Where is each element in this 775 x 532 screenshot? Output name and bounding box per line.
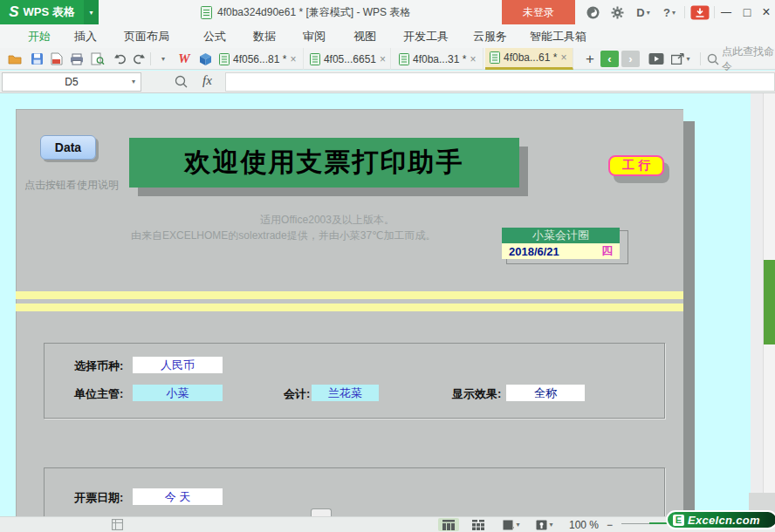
date-row[interactable]: 2018/6/21 四 <box>502 243 620 259</box>
open-button[interactable] <box>5 48 24 70</box>
tab-scroll-next-button[interactable]: › <box>621 51 640 67</box>
menu-bar: 开始 插入 页面布局 公式 数据 审阅 视图 开发工具 云服务 智能工具箱 <box>0 24 775 48</box>
close-icon: × <box>762 4 770 20</box>
manager-input[interactable]: 小菜 <box>133 385 223 401</box>
data-button[interactable]: Data <box>40 135 96 160</box>
command-search-button[interactable] <box>705 48 721 70</box>
wps-w-icon: W <box>178 51 189 66</box>
minimize-button[interactable]: — <box>716 0 737 24</box>
spreadsheet-doc-icon <box>201 6 212 19</box>
print-icon <box>70 53 84 65</box>
file-tab-2[interactable]: 4f05...6651 × <box>305 48 391 70</box>
menu-data[interactable]: 数据 <box>253 24 276 48</box>
tab-close-icon[interactable]: × <box>380 53 386 65</box>
normal-view-button[interactable] <box>438 518 459 531</box>
bank-button[interactable]: 工 行 <box>608 155 664 176</box>
menu-page-layout[interactable]: 页面布局 <box>124 24 169 48</box>
menu-home[interactable]: 开始 <box>28 24 51 48</box>
insert-function-button[interactable]: fx <box>202 73 212 88</box>
name-box[interactable]: D5 <box>2 72 141 92</box>
settings-button[interactable] <box>606 0 628 24</box>
wps-home-button[interactable]: W <box>175 48 194 70</box>
file-tab-3[interactable]: 4f0ba...31 * × <box>394 48 484 70</box>
gear-icon <box>611 6 624 19</box>
zoom-level[interactable]: 100 % <box>569 519 599 531</box>
menu-insert[interactable]: 插入 <box>74 24 97 48</box>
zoom-slider[interactable] <box>621 523 649 524</box>
command-search-placeholder[interactable]: 点此查找命令 <box>722 48 775 70</box>
sheet-splitter-handle[interactable] <box>311 508 332 516</box>
new-tab-button[interactable]: + <box>581 48 599 70</box>
session-button[interactable] <box>646 48 667 70</box>
close-button[interactable]: × <box>756 0 775 24</box>
menu-cloud[interactable]: 云服务 <box>473 24 507 48</box>
menu-smart-toolbox[interactable]: 智能工具箱 <box>530 24 586 48</box>
file-tab-label: 4f0ba...31 * <box>413 53 466 65</box>
page-layout-view-button[interactable]: ▾ <box>499 518 524 531</box>
name-box-dropdown[interactable]: ▾ <box>127 72 140 90</box>
print-button[interactable] <box>66 48 87 70</box>
menu-developer[interactable]: 开发工具 <box>403 24 449 48</box>
sheet-icon <box>490 51 500 64</box>
popup-icon <box>671 53 684 65</box>
file-tab-label: 4f056...81 * <box>233 53 286 65</box>
skin-icon: D <box>636 6 644 19</box>
maximize-button[interactable]: □ <box>737 0 758 24</box>
tab-close-icon[interactable]: × <box>470 53 476 65</box>
currency-input[interactable]: 人民币 <box>133 357 223 373</box>
toolbar-customize-button[interactable]: ▾ <box>155 48 171 70</box>
login-button[interactable]: 未登录 <box>502 0 575 24</box>
maximize-icon: □ <box>744 5 751 19</box>
wps-menu-caret[interactable]: ▾ <box>84 0 99 24</box>
chevron-down-icon: ▾ <box>516 521 519 529</box>
docer-cube-icon <box>199 52 212 65</box>
file-tab-4-active[interactable]: 4f0ba...61 * × <box>485 48 573 70</box>
feedback-button[interactable] <box>581 0 604 24</box>
document-title: 4f0ba324d90e61 * [兼容模式] - WPS 表格 <box>201 0 410 24</box>
file-tab-label: 4f05...6651 <box>324 53 376 65</box>
print-preview-button[interactable] <box>87 48 108 70</box>
search-icon <box>707 53 719 65</box>
cell-mode-indicator <box>112 518 123 531</box>
popup-toolbar-button[interactable]: ▾ <box>669 48 693 70</box>
tab-close-icon[interactable]: × <box>560 51 566 64</box>
accountant-input[interactable]: 兰花菜 <box>312 385 379 401</box>
save-button[interactable] <box>27 48 46 70</box>
scrollbar-thumb[interactable] <box>764 260 775 344</box>
plus-icon: + <box>586 51 594 68</box>
skin-button[interactable]: D▾ <box>630 0 656 24</box>
wps-logo[interactable]: S WPS 表格 <box>0 0 84 24</box>
divider <box>700 52 701 65</box>
export-pdf-icon <box>51 52 63 65</box>
menu-formulas[interactable]: 公式 <box>203 24 226 48</box>
export-pdf-button[interactable] <box>47 48 66 70</box>
download-button[interactable] <box>688 0 712 24</box>
redo-button[interactable] <box>129 48 148 70</box>
reading-mode-button[interactable]: ▾ <box>532 518 557 531</box>
docer-button[interactable] <box>195 48 215 70</box>
panel-shadow <box>683 121 695 516</box>
tab-close-icon[interactable]: × <box>290 53 296 65</box>
menu-review[interactable]: 审阅 <box>303 24 326 48</box>
help-button[interactable]: ?▾ <box>656 0 682 24</box>
zoom-out-button[interactable]: − <box>607 519 613 531</box>
tab-scroll-prev-button[interactable]: ‹ <box>600 51 619 67</box>
active-cell-ref: D5 <box>65 76 78 88</box>
chevron-down-icon: ▾ <box>672 9 676 17</box>
excelcn-e-icon: E <box>673 515 684 526</box>
chevron-down-icon: ▾ <box>161 55 165 63</box>
sheet-icon <box>310 53 320 65</box>
print-preview-icon <box>91 52 105 65</box>
page-break-view-button[interactable] <box>468 518 489 531</box>
manager-label: 单位主管: <box>74 386 123 402</box>
file-tab-1[interactable]: 4f056...81 * × <box>215 48 304 70</box>
invoice-date-input[interactable]: 今 天 <box>133 488 223 505</box>
menu-view[interactable]: 视图 <box>353 24 376 48</box>
display-input[interactable]: 全称 <box>506 385 585 401</box>
note-credit: 由来自EXCELHOME的solextrade提供，并由小菜37℃加工而成。 <box>131 228 436 243</box>
formula-input[interactable] <box>225 72 775 92</box>
file-tab-label: 4f0ba...61 * <box>504 51 557 64</box>
zoom-formula-button[interactable] <box>175 75 188 92</box>
undo-button[interactable] <box>110 48 129 70</box>
right-margin <box>751 93 763 516</box>
